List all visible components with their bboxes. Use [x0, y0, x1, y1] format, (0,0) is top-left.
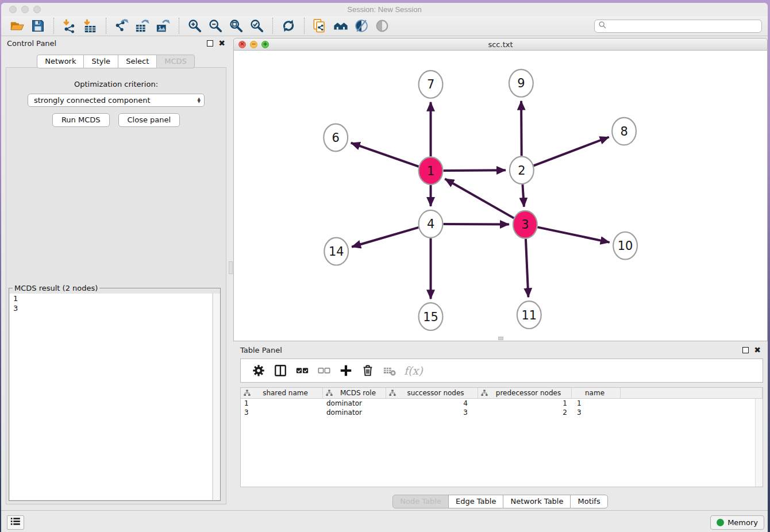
float-panel-icon[interactable] — [207, 40, 213, 47]
close-table-panel-icon[interactable]: ✖ — [754, 347, 761, 353]
svg-text:7: 7 — [427, 78, 434, 91]
tab-network-table[interactable]: Network Table — [503, 495, 571, 508]
deselect-all-rows-icon[interactable] — [313, 361, 335, 380]
graph-edge-2-8[interactable] — [534, 137, 609, 165]
column-header-successor-nodes[interactable]: successor nodes — [386, 388, 478, 398]
graph-node-14[interactable]: 14 — [324, 238, 348, 265]
memory-status-icon — [717, 519, 724, 526]
toolbar-separator — [53, 18, 54, 34]
tab-network[interactable]: Network — [37, 55, 84, 68]
table-row[interactable]: 1dominator411 — [241, 399, 763, 408]
export-network-icon[interactable] — [111, 17, 132, 34]
network-window: ✕ − + scc.txt 7968124314101511 — [233, 38, 768, 341]
search-box[interactable] — [594, 20, 762, 33]
search-input[interactable] — [609, 22, 758, 30]
tab-mcds[interactable]: MCDS — [156, 55, 195, 68]
canvas-scroll-thumb[interactable] — [498, 337, 503, 340]
graph-edge-2-3[interactable] — [522, 184, 523, 207]
graph-node-9[interactable]: 9 — [509, 70, 533, 97]
home-icon[interactable] — [330, 17, 351, 34]
svg-text:10: 10 — [618, 239, 633, 253]
graph-edge-3-1[interactable] — [445, 179, 514, 218]
function-builder-icon[interactable]: f(x) — [404, 364, 423, 377]
table-cell[interactable]: dominator — [323, 408, 386, 417]
graph-node-8[interactable]: 8 — [612, 118, 636, 145]
titlebar: Session: New Session — [1, 3, 768, 16]
close-panel-icon[interactable]: ✖ — [218, 40, 225, 47]
graph-edge-1-6[interactable] — [351, 143, 419, 167]
svg-text:15: 15 — [423, 310, 438, 324]
open-session-icon[interactable] — [7, 17, 28, 34]
table-cell[interactable]: dominator — [323, 399, 386, 408]
graph-node-11[interactable]: 11 — [517, 301, 541, 329]
import-table-icon[interactable] — [80, 17, 101, 34]
table-cell[interactable]: 2 — [478, 408, 572, 417]
table-cell[interactable]: 3 — [572, 408, 621, 417]
export-image-icon[interactable] — [153, 17, 174, 34]
graph-node-1[interactable]: 1 — [419, 157, 443, 184]
table-cell[interactable]: 1 — [241, 399, 323, 408]
tab-style[interactable]: Style — [83, 55, 118, 68]
table-cell[interactable]: 4 — [386, 399, 478, 408]
zoom-in-icon[interactable] — [184, 17, 205, 34]
zoom-out-icon[interactable] — [205, 17, 226, 34]
column-header-predecessor-nodes[interactable]: predecessor nodes — [478, 388, 572, 398]
table-scrollbar[interactable] — [755, 399, 763, 487]
table-row[interactable]: 3dominator323 — [241, 408, 763, 417]
graph-node-2[interactable]: 2 — [510, 156, 534, 184]
graph-edge-4-14[interactable] — [352, 228, 418, 247]
table-settings-icon[interactable] — [248, 361, 270, 380]
run-mcds-button[interactable]: Run MCDS — [52, 113, 110, 127]
close-panel-button[interactable]: Close panel — [118, 113, 180, 127]
graph-node-4[interactable]: 4 — [419, 210, 443, 238]
graph-edge-3-11[interactable] — [526, 239, 529, 298]
style-icon[interactable] — [351, 17, 372, 34]
clone-network-icon[interactable] — [310, 17, 330, 34]
column-label: MCDS role — [333, 389, 386, 397]
network-canvas[interactable]: 7968124314101511 — [233, 51, 768, 341]
column-header-shared-name[interactable]: shared name — [241, 388, 323, 398]
column-header-filler — [621, 388, 763, 398]
tab-select[interactable]: Select — [118, 55, 157, 68]
toggle-columns-icon[interactable] — [270, 361, 291, 380]
task-history-button[interactable] — [7, 515, 24, 530]
graph-node-15[interactable]: 15 — [419, 303, 443, 330]
tab-motifs[interactable]: Motifs — [570, 495, 607, 508]
column-header-MCDS-role[interactable]: MCDS role — [323, 388, 386, 398]
graph-node-3[interactable]: 3 — [513, 211, 537, 238]
tab-node-table[interactable]: Node Table — [392, 495, 449, 508]
table-cell[interactable]: 1 — [572, 399, 621, 408]
import-network-icon[interactable] — [59, 17, 80, 34]
delete-column-icon[interactable] — [357, 361, 379, 380]
criterion-select[interactable]: strongly connected component ▲▼ — [28, 94, 205, 107]
graph-edge-2-9[interactable] — [521, 101, 522, 156]
graph-node-7[interactable]: 7 — [419, 71, 443, 98]
graph-edge-3-10[interactable] — [537, 227, 609, 242]
zoom-fit-icon[interactable] — [226, 17, 247, 34]
tab-edge-table[interactable]: Edge Table — [448, 495, 503, 508]
graph-node-10[interactable]: 10 — [613, 232, 637, 260]
select-all-rows-icon[interactable] — [291, 361, 313, 380]
float-table-panel-icon[interactable] — [742, 347, 749, 353]
table-cell[interactable]: 3 — [241, 408, 323, 417]
apply-layout-icon[interactable] — [278, 17, 299, 34]
splitter-handle[interactable] — [229, 261, 233, 274]
column-header-name[interactable]: name — [572, 388, 621, 398]
delete-table-icon[interactable] — [379, 361, 401, 380]
table-cell[interactable]: 1 — [478, 399, 572, 408]
save-session-icon[interactable] — [28, 17, 48, 34]
zoom-selected-icon[interactable] — [247, 17, 267, 34]
graph-edge-4-3[interactable] — [443, 224, 509, 225]
mcds-result-box: MCDS result (2 nodes) 13 — [9, 284, 221, 501]
result-scrollbar[interactable] — [213, 294, 220, 500]
graph-node-6[interactable]: 6 — [324, 124, 348, 152]
mcds-result-list: 13 — [10, 294, 212, 500]
add-column-icon[interactable] — [335, 361, 357, 380]
eye-icon[interactable] — [372, 17, 392, 34]
svg-text:2: 2 — [518, 164, 525, 178]
export-table-icon[interactable] — [132, 17, 153, 34]
control-panel: Control Panel ✖ NetworkStyleSelectMCDS O… — [1, 36, 231, 510]
graph-edge-1-2[interactable] — [443, 170, 506, 171]
memory-button[interactable]: Memory — [710, 515, 764, 530]
table-cell[interactable]: 3 — [386, 408, 478, 417]
